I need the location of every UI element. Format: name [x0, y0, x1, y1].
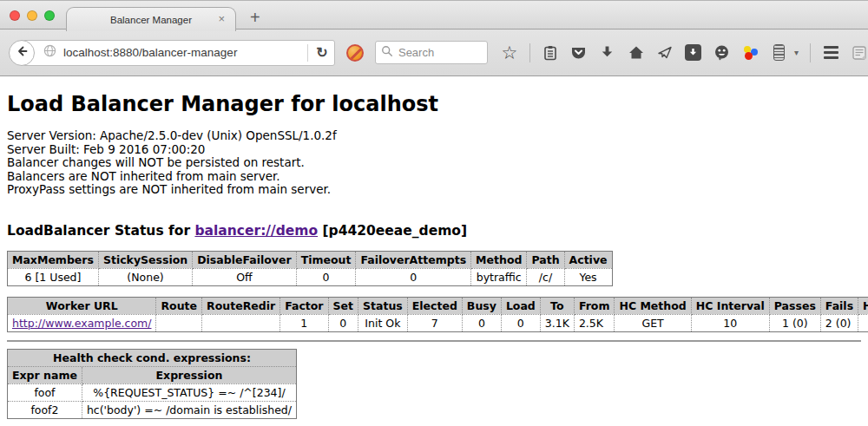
column-header: Path [527, 251, 564, 268]
expr-name-cell: foof [8, 383, 82, 401]
star-icon: ☆ [502, 44, 518, 62]
tab-title: Balancer Manager [110, 15, 192, 25]
download-arrow-icon [600, 45, 615, 60]
busy-cell: 0 [462, 314, 501, 331]
toolbar-separator [810, 43, 811, 62]
window-minimize-button[interactable] [27, 10, 37, 21]
worker-url-link[interactable]: http://www.example.com/ [12, 317, 151, 330]
column-header: Expression [82, 366, 296, 383]
column-header: To [540, 297, 574, 314]
column-header: RouteRedir [202, 297, 280, 314]
notes-grid-button[interactable] [851, 44, 868, 62]
worker-url-cell: http://www.example.com/ [8, 314, 156, 331]
downloads-button[interactable] [599, 44, 616, 62]
server-version-line: Server Version: Apache/2.5.0-dev (Unix) … [7, 129, 861, 143]
column-header: Elected [407, 297, 462, 314]
heading-suffix: [p4420eeae_demo] [318, 223, 467, 239]
browser-tab[interactable]: Balancer Manager × [66, 7, 236, 31]
server-built-line: Server Built: Feb 9 2016 07:00:20 [7, 143, 861, 157]
active-cell: Yes [564, 268, 612, 285]
column-header: StickySession [98, 251, 192, 268]
reload-icon[interactable]: ↻ [310, 44, 334, 61]
path-cell: /c/ [527, 268, 564, 285]
smiley-icon [713, 44, 730, 61]
column-header: MaxMembers [8, 251, 99, 268]
column-header: Fails [820, 297, 858, 314]
column-header: From [574, 297, 615, 314]
server-info-block: Server Version: Apache/2.5.0-dev (Unix) … [7, 129, 861, 197]
timeout-cell: 0 [296, 268, 356, 285]
new-tab-button[interactable]: + [245, 8, 266, 27]
red-dot-icon [745, 52, 753, 60]
column-header: HC uri [858, 297, 868, 314]
url-text[interactable]: localhost:8880/balancer-manager [63, 46, 306, 59]
column-header: Set [328, 297, 358, 314]
hc-interval-cell: 10 [691, 314, 769, 331]
method-cell: bytraffic [471, 268, 527, 285]
window-controls [10, 10, 55, 21]
search-icon [381, 45, 393, 61]
balancer-note-line: Balancers are NOT inherited from main se… [7, 170, 861, 184]
failoverattempts-cell: 0 [356, 268, 471, 285]
column-header: Busy [462, 297, 501, 314]
toolbar-icon-strip: ☆ ▾ [501, 43, 868, 62]
search-input[interactable] [398, 46, 477, 59]
column-header: HC Interval [691, 297, 769, 314]
health-table-title: Health check cond. expressions: [8, 349, 297, 366]
loadbalancer-status-heading: LoadBalancer Status for balancer://demo … [7, 223, 861, 239]
table-row: foof2 hc('body') =~ /domain is establish… [8, 401, 297, 418]
back-button[interactable] [9, 40, 35, 66]
disablefailover-cell: Off [193, 268, 296, 285]
chat-smiley-button[interactable] [713, 44, 731, 62]
column-header: Passes [769, 297, 820, 314]
clipboard-icon [542, 45, 558, 61]
flash-blocked-icon[interactable] [346, 44, 364, 62]
passes-cell: 1 (0) [769, 314, 820, 331]
window-zoom-button[interactable] [44, 10, 55, 21]
from-cell: 2.5K [574, 314, 615, 331]
tab-close-icon[interactable]: × [218, 13, 225, 25]
expression-cell: hc('body') =~ /domain is established/ [82, 401, 296, 418]
pocket-button[interactable] [570, 44, 588, 62]
window-close-button[interactable] [10, 10, 20, 21]
page-title: Load Balancer Manager for localhost [7, 92, 861, 116]
column-header: Worker URL [8, 297, 156, 314]
column-header: Timeout [296, 251, 356, 268]
set-cell: 0 [328, 314, 358, 331]
stickysession-cell: (None) [98, 268, 192, 285]
table-header-row: Expr name Expression [8, 366, 297, 383]
menu-hamburger-button[interactable] [822, 44, 839, 62]
status-cell: Init Ok [358, 314, 408, 331]
table-row: 6 [1 Used] (None) Off 0 0 bytraffic /c/ … [8, 268, 613, 285]
bookmark-star-button[interactable]: ☆ [501, 44, 518, 62]
separator-rule [7, 340, 861, 342]
column-header: HC Method [615, 297, 691, 314]
maxmembers-cell: 6 [1 Used] [8, 268, 99, 285]
column-header: Expr name [8, 366, 82, 383]
home-button[interactable] [628, 44, 645, 62]
color-dots-extension-button[interactable] [742, 44, 760, 62]
paper-plane-icon [657, 45, 673, 60]
column-header: Load [501, 297, 540, 314]
balancer-settings-table: MaxMembers StickySession DisableFailover… [7, 251, 613, 286]
balancer-demo-link[interactable]: balancer://demo [194, 223, 318, 239]
health-check-table: Health check cond. expressions: Expr nam… [7, 349, 297, 419]
reading-list-button[interactable] [542, 44, 559, 62]
fails-cell: 2 (0) [820, 314, 858, 331]
heading-prefix: LoadBalancer Status for [7, 223, 194, 239]
worker-status-table: Worker URL Route RouteRedir Factor Set S… [7, 297, 868, 332]
to-cell: 3.1K [540, 314, 574, 331]
worker-row: http://www.example.com/ 1 0 Init Ok 7 0 … [8, 314, 868, 331]
table-row: foof %{REQUEST_STATUS} =~ /^[234]/ [8, 383, 297, 401]
search-bar[interactable] [375, 41, 488, 64]
table-header-row: MaxMembers StickySession DisableFailover… [8, 251, 613, 268]
send-page-button[interactable] [656, 44, 674, 62]
dropdown-caret-icon[interactable]: ▾ [794, 48, 799, 57]
elected-cell: 7 [407, 314, 462, 331]
routeredir-cell [202, 314, 280, 331]
column-header: Status [358, 297, 408, 314]
url-bar[interactable]: localhost:8880/balancer-manager ↻ [22, 40, 335, 66]
addon-download-button[interactable] [685, 44, 702, 62]
battery-extension-button[interactable] [771, 44, 788, 62]
back-arrow-icon [15, 44, 29, 62]
